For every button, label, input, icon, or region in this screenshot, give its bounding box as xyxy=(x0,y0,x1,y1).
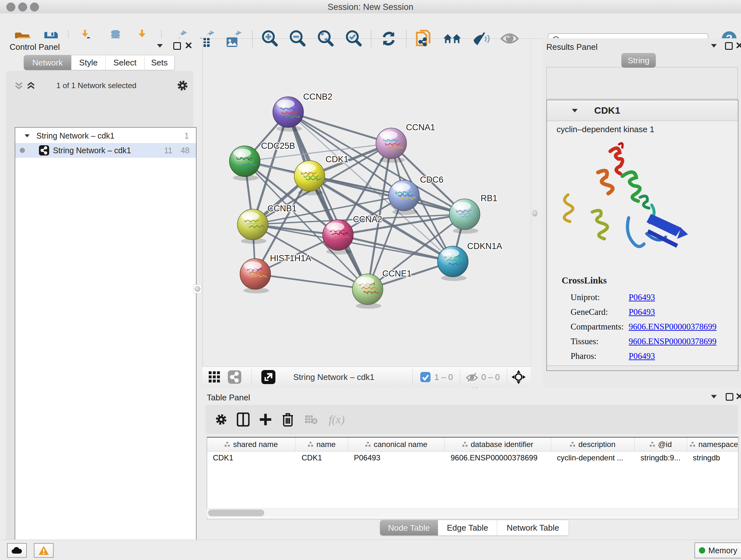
birdseye-share-icon[interactable] xyxy=(228,370,241,384)
network-edge[interactable] xyxy=(288,112,391,143)
network-collection-row[interactable]: String Network – cdk1 1 xyxy=(15,128,196,143)
column-type-icon xyxy=(365,442,370,447)
network-canvas[interactable]: CCNB2CCNA1CDC25BCDK1CDC6RB1CCNB1CCNA2HIS… xyxy=(202,39,531,367)
network-list-container: 1 of 1 Network selected String Network –… xyxy=(6,71,193,560)
memory-label: Memory xyxy=(709,546,737,555)
column-type-icon xyxy=(570,442,575,447)
panel-close-icon[interactable] xyxy=(736,42,741,49)
panel-float-icon[interactable] xyxy=(173,42,181,50)
network-options-gear-icon[interactable] xyxy=(177,80,188,91)
table-settings-gear-icon[interactable] xyxy=(215,414,227,426)
column-header-name[interactable]: name xyxy=(296,438,348,451)
column-header-database-identifier[interactable]: database identifier xyxy=(445,438,551,451)
hidden-eye-slash-icon xyxy=(466,372,478,382)
node-label: CDC25B xyxy=(261,141,295,151)
table-toolbar: f(x) xyxy=(205,405,738,434)
panel-float-icon[interactable] xyxy=(725,42,733,50)
network-node-count: 11 xyxy=(164,146,172,155)
main-toolbar: ? xyxy=(0,13,741,39)
table-cell[interactable]: P06493 xyxy=(348,451,445,464)
table-cell[interactable]: CDK1 xyxy=(207,451,296,464)
table-cell[interactable]: 9606.ENSP00000378699 xyxy=(445,451,551,464)
crosslink-link[interactable]: 9606.ENSP00000378699 xyxy=(629,336,717,346)
delete-table-icon-disabled xyxy=(305,414,318,425)
fit-crosshair-icon[interactable] xyxy=(512,370,526,384)
panel-menu-icon[interactable] xyxy=(711,395,717,398)
crosslink-link[interactable]: 9606.ENSP00000378699 xyxy=(629,322,717,331)
column-header-canonical-name[interactable]: canonical name xyxy=(348,438,445,451)
tab-node-table[interactable]: Node Table xyxy=(380,520,438,536)
crosslink-link[interactable]: P06493 xyxy=(629,293,655,302)
table-cell[interactable]: cyclin-dependent ... xyxy=(551,451,635,464)
tab-string[interactable]: String xyxy=(621,53,656,68)
control-panel-tabs: Network Style Select Sets xyxy=(23,55,175,70)
network-edge-count: 48 xyxy=(181,146,190,155)
network-name: String Network – cdk1 xyxy=(53,146,131,155)
node-label: CDC6 xyxy=(420,175,444,185)
memory-button[interactable]: Memory xyxy=(694,543,741,558)
crosslink-row: Compartments:9606.ENSP00000378699 xyxy=(570,322,717,332)
add-column-icon[interactable] xyxy=(259,413,272,427)
crosslink-label: Uniprot: xyxy=(570,293,629,302)
delete-column-icon[interactable] xyxy=(282,413,293,427)
collection-expand-icon[interactable] xyxy=(24,134,29,137)
select-columns-icon[interactable] xyxy=(237,413,250,427)
protein-result-box: CDK1 cyclin–dependent kinase 1 CrossLink… xyxy=(546,100,738,371)
selected-checkbox-icon[interactable] xyxy=(420,372,430,382)
column-header-namespace[interactable]: namespace xyxy=(687,438,738,451)
protein-section-header[interactable]: CDK1 xyxy=(547,100,738,121)
node-label: RB1 xyxy=(481,193,497,203)
status-bar: Memory xyxy=(0,540,741,560)
node-label: CCNE1 xyxy=(382,269,412,278)
table-hscrollbar[interactable] xyxy=(207,508,738,517)
table-panel-title: Table Panel xyxy=(207,393,250,402)
table-cell[interactable]: stringdb xyxy=(687,451,738,464)
panel-close-icon[interactable] xyxy=(185,42,192,49)
crosslink-label: GeneCard: xyxy=(570,307,629,317)
panel-menu-icon[interactable] xyxy=(157,44,163,48)
crosslink-link[interactable]: P06493 xyxy=(629,351,655,361)
node-label: HIST1H1A xyxy=(270,253,311,263)
hscrollbar-thumb[interactable] xyxy=(208,509,264,516)
column-header-description[interactable]: description xyxy=(551,438,635,451)
table-cell[interactable]: CDK1 xyxy=(296,451,348,464)
table-tabs: Node Table Edge Table Network Table xyxy=(380,520,569,536)
table-cell[interactable]: stringdb:9... xyxy=(635,451,687,464)
crosslink-label: Tissues: xyxy=(570,336,629,347)
section-collapse-icon[interactable] xyxy=(572,109,578,112)
tab-sets[interactable]: Sets xyxy=(144,55,174,70)
panel-menu-icon[interactable] xyxy=(711,44,717,48)
open-in-window-icon[interactable] xyxy=(261,370,275,384)
title-bar: Session: New Session xyxy=(0,0,741,14)
crosslink-link[interactable]: P06493 xyxy=(629,307,655,317)
column-header--id[interactable]: @id xyxy=(635,438,687,451)
control-panel-title: Control Panel xyxy=(10,42,60,52)
table-header-row: shared namenamecanonical namedatabase id… xyxy=(207,438,738,451)
collection-name: String Network – cdk1 xyxy=(37,131,115,140)
node-label: CDK1 xyxy=(326,154,348,164)
tab-network[interactable]: Network xyxy=(24,55,71,70)
column-type-icon xyxy=(308,442,313,447)
crosslink-label: Compartments: xyxy=(570,322,629,332)
panel-float-icon[interactable] xyxy=(726,393,733,401)
results-buttons-box: Expand All Collapse All xyxy=(546,67,738,99)
protein-name: CDK1 xyxy=(594,105,620,116)
tab-select[interactable]: Select xyxy=(105,55,144,70)
column-type-icon xyxy=(690,442,695,447)
column-header-shared-name[interactable]: shared name xyxy=(207,438,296,451)
table-row[interactable]: CDK1CDK1P064939606.ENSP00000378699cyclin… xyxy=(207,451,738,464)
warning-button[interactable] xyxy=(34,543,54,558)
cloud-button[interactable] xyxy=(7,543,27,558)
network-selected-status: 1 of 1 Network selected xyxy=(9,81,184,90)
network-row-selected[interactable]: String Network – cdk1 11 48 xyxy=(15,143,196,158)
tab-style[interactable]: Style xyxy=(71,55,105,70)
node-label: CDKN1A xyxy=(467,241,502,251)
tab-network-table[interactable]: Network Table xyxy=(497,520,569,536)
panel-close-icon[interactable] xyxy=(736,393,741,400)
node-table[interactable]: shared namenamecanonical namedatabase id… xyxy=(207,437,738,519)
network-edge[interactable] xyxy=(255,274,367,289)
tab-edge-table[interactable]: Edge Table xyxy=(438,520,497,536)
left-splitter-handle[interactable] xyxy=(193,285,202,294)
grid-view-icon[interactable] xyxy=(208,371,221,383)
right-splitter-handle[interactable] xyxy=(532,210,537,216)
